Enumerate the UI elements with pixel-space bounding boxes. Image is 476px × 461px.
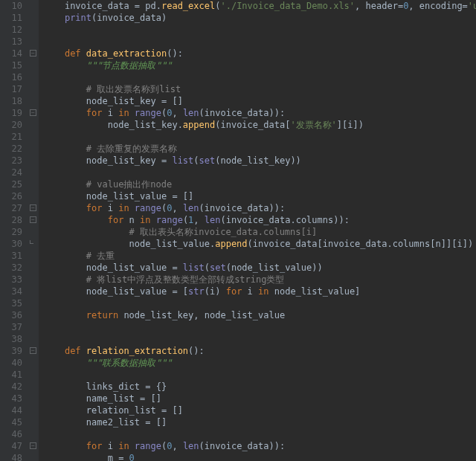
line-number: 39 bbox=[3, 345, 22, 357]
code-area[interactable]: invoice_data = pd.read_excel('./Invoice_… bbox=[39, 0, 476, 461]
code-line[interactable]: print(invoice_data) bbox=[43, 12, 476, 24]
code-line[interactable]: invoice_data = pd.read_excel('./Invoice_… bbox=[43, 0, 476, 12]
fold-end-icon[interactable] bbox=[30, 240, 33, 244]
code-line[interactable]: # 将list中浮点及整数类型全部转成string类型 bbox=[43, 274, 476, 286]
line-number: 41 bbox=[3, 369, 22, 381]
fold-gutter: −−−−−−− bbox=[28, 0, 39, 461]
code-line[interactable]: # value抽出作node bbox=[43, 178, 476, 190]
line-number: 38 bbox=[3, 333, 22, 345]
code-line[interactable]: # 去除重复的发票名称 bbox=[43, 143, 476, 155]
fold-collapse-icon[interactable]: − bbox=[30, 204, 36, 211]
line-number: 18 bbox=[3, 95, 22, 107]
line-number: 48 bbox=[3, 452, 22, 461]
line-number: 14 bbox=[3, 48, 22, 59]
line-number: 21 bbox=[3, 131, 22, 143]
line-number: 19 bbox=[3, 107, 22, 119]
line-number: 28 bbox=[3, 214, 22, 226]
code-line[interactable] bbox=[43, 131, 476, 143]
line-number-gutter: 1011121314151617181920212223242526272829… bbox=[0, 0, 28, 461]
code-line[interactable] bbox=[43, 24, 476, 36]
line-number: 31 bbox=[3, 250, 22, 262]
fold-collapse-icon[interactable]: − bbox=[30, 109, 36, 116]
code-line[interactable]: node_list_value = [] bbox=[43, 190, 476, 202]
line-number: 23 bbox=[3, 155, 22, 167]
line-number: 32 bbox=[3, 262, 22, 274]
code-line[interactable] bbox=[43, 167, 476, 178]
code-line[interactable] bbox=[43, 369, 476, 381]
line-number: 30 bbox=[3, 238, 22, 250]
code-line[interactable]: def relation_extraction(): bbox=[43, 345, 476, 357]
code-line[interactable]: """联系数据抽取""" bbox=[43, 357, 476, 369]
line-number: 16 bbox=[3, 71, 22, 83]
line-number: 10 bbox=[3, 0, 22, 12]
code-line[interactable] bbox=[43, 428, 476, 440]
code-line[interactable]: node_list_key = list(set(node_list_key)) bbox=[43, 155, 476, 167]
code-line[interactable]: for n in range(1, len(invoice_data.colum… bbox=[43, 214, 476, 226]
code-line[interactable]: relation_list = [] bbox=[43, 404, 476, 416]
code-line[interactable]: name2_list = [] bbox=[43, 416, 476, 428]
code-line[interactable]: node_list_key.append(invoice_data['发票名称'… bbox=[43, 119, 476, 131]
code-line[interactable]: name_list = [] bbox=[43, 393, 476, 404]
code-line[interactable]: links_dict = {} bbox=[43, 381, 476, 393]
code-line[interactable]: node_list_key = [] bbox=[43, 95, 476, 107]
line-number: 40 bbox=[3, 357, 22, 369]
code-line[interactable]: for i in range(0, len(invoice_data)): bbox=[43, 440, 476, 452]
line-number: 33 bbox=[3, 274, 22, 286]
line-number: 15 bbox=[3, 59, 22, 71]
fold-collapse-icon[interactable]: − bbox=[30, 442, 36, 449]
code-line[interactable] bbox=[43, 297, 476, 309]
code-line[interactable]: # 取出表头名称invoice_data.columns[i] bbox=[43, 226, 476, 238]
line-number: 20 bbox=[3, 119, 22, 131]
fold-collapse-icon[interactable]: − bbox=[30, 347, 36, 354]
code-line[interactable]: for i in range(0, len(invoice_data)): bbox=[43, 107, 476, 119]
line-number: 17 bbox=[3, 83, 22, 95]
fold-collapse-icon[interactable]: − bbox=[30, 216, 36, 223]
line-number: 27 bbox=[3, 202, 22, 214]
line-number: 42 bbox=[3, 381, 22, 393]
code-line[interactable]: node_list_value.append(invoice_data[invo… bbox=[43, 238, 476, 250]
line-number: 24 bbox=[3, 167, 22, 178]
code-line[interactable]: node_list_value = [str(i) for i in node_… bbox=[43, 286, 476, 297]
line-number: 34 bbox=[3, 286, 22, 297]
line-number: 44 bbox=[3, 404, 22, 416]
line-number: 46 bbox=[3, 428, 22, 440]
code-line[interactable]: m = 0 bbox=[43, 452, 476, 461]
line-number: 12 bbox=[3, 24, 22, 36]
line-number: 29 bbox=[3, 226, 22, 238]
line-number: 26 bbox=[3, 190, 22, 202]
code-line[interactable]: def data_extraction(): bbox=[43, 48, 476, 59]
code-line[interactable]: for i in range(0, len(invoice_data)): bbox=[43, 202, 476, 214]
code-line[interactable]: """节点数据抽取""" bbox=[43, 59, 476, 71]
code-line[interactable]: node_list_value = list(set(node_list_val… bbox=[43, 262, 476, 274]
line-number: 47 bbox=[3, 440, 22, 452]
code-line[interactable]: # 取出发票名称到list bbox=[43, 83, 476, 95]
line-number: 22 bbox=[3, 143, 22, 155]
fold-collapse-icon[interactable]: − bbox=[30, 50, 36, 57]
code-line[interactable] bbox=[43, 333, 476, 345]
line-number: 45 bbox=[3, 416, 22, 428]
line-number: 43 bbox=[3, 393, 22, 404]
line-number: 37 bbox=[3, 321, 22, 333]
line-number: 35 bbox=[3, 297, 22, 309]
code-line[interactable] bbox=[43, 36, 476, 48]
code-line[interactable]: # 去重 bbox=[43, 250, 476, 262]
line-number: 25 bbox=[3, 178, 22, 190]
line-number: 11 bbox=[3, 12, 22, 24]
line-number: 36 bbox=[3, 309, 22, 321]
code-line[interactable] bbox=[43, 321, 476, 333]
code-line[interactable] bbox=[43, 71, 476, 83]
line-number: 13 bbox=[3, 36, 22, 48]
code-line[interactable]: return node_list_key, node_list_value bbox=[43, 309, 476, 321]
